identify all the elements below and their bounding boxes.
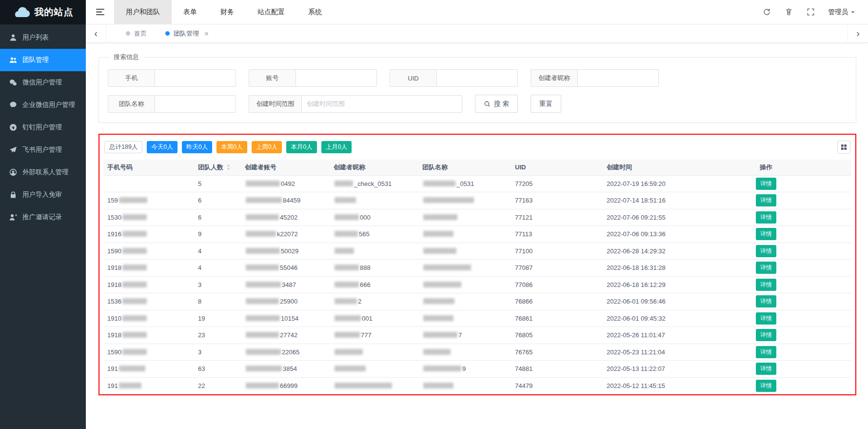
cell-team-size: 8	[194, 293, 241, 310]
stat-badges: 总计189人今天0人昨天0人本周0人上周0人本月0人上月0人	[104, 141, 352, 153]
tabs-scroll-right-icon[interactable]: ›	[848, 24, 868, 42]
sidebar-item[interactable]: 用户列表	[0, 26, 86, 49]
cell-phone: 1916	[103, 226, 194, 243]
search-field-input[interactable]	[155, 69, 236, 87]
sidebar-item[interactable]: 外部联系人管理	[0, 161, 86, 184]
redacted-blur	[335, 383, 392, 388]
column-header: 创建时间	[603, 160, 681, 175]
detail-button[interactable]: 详情	[756, 194, 776, 206]
reset-button[interactable]: 重置	[531, 95, 561, 113]
cell-text: 22065	[282, 348, 299, 356]
top-nav-item[interactable]: 表单	[172, 0, 209, 24]
search-field-input[interactable]	[301, 95, 462, 113]
cell-team-size: 3	[194, 344, 241, 361]
table-row: 1918455046888770872022-06-18 16:31:28详情	[103, 260, 851, 277]
grid-icon	[841, 144, 847, 150]
detail-button[interactable]: 详情	[756, 380, 776, 392]
search-button[interactable]: 搜 索	[475, 95, 518, 113]
column-settings-button[interactable]	[837, 141, 850, 154]
cell-actions: 详情	[681, 209, 851, 226]
sort-icon[interactable]	[226, 164, 231, 170]
sidebar: 用户列表团队管理微信用户管理企业微信用户管理钉钉用户管理飞书用户管理外部联系人管…	[0, 24, 86, 429]
sidebar-item-label: 飞书用户管理	[22, 145, 62, 154]
detail-button[interactable]: 详情	[756, 178, 776, 190]
cell-team-size: 23	[194, 327, 241, 344]
cell-actions: 详情	[681, 192, 851, 209]
column-header-label: 创建者昵称	[334, 163, 365, 171]
cell-text: 50029	[281, 247, 298, 255]
cell-text: 1910	[107, 315, 121, 322]
invite-icon	[9, 213, 17, 221]
cell-text: 3854	[283, 365, 297, 372]
redacted-blur	[335, 366, 366, 371]
cell-creator-account: 25900	[241, 293, 330, 310]
detail-button[interactable]: 详情	[756, 346, 776, 358]
sidebar-item[interactable]: 飞书用户管理	[0, 139, 86, 161]
table-row: 1590450029771002022-06-28 14:29:32详情	[103, 243, 851, 260]
sidebar-item[interactable]: 微信用户管理	[0, 71, 86, 94]
table-row: 1916338549748812022-05-13 11:22:07详情	[103, 361, 851, 378]
detail-button[interactable]: 详情	[756, 363, 776, 375]
detail-button[interactable]: 详情	[756, 279, 776, 291]
breadcrumb-tab[interactable]: 首页	[119, 24, 154, 42]
cell-team-name	[418, 260, 511, 277]
sidebar-item[interactable]: 钉钉用户管理	[0, 116, 86, 139]
brand-logo[interactable]: 我的站点	[0, 0, 86, 24]
cell-actions: 详情	[681, 175, 851, 192]
app-window: 我的站点 用户和团队表单财务站点配置系统 管理员 用户列表团队管理微信用户管理企…	[0, 0, 868, 429]
detail-button[interactable]: 详情	[756, 312, 776, 325]
stats-row: 总计189人今天0人昨天0人本周0人上周0人本月0人上月0人	[103, 139, 851, 160]
redacted-blur	[246, 349, 281, 355]
contact-icon	[9, 168, 17, 176]
breadcrumb-tab[interactable]: 团队管理×	[158, 24, 216, 42]
cell-text: 1530	[107, 214, 121, 221]
sidebar-toggle-icon[interactable]	[86, 0, 114, 24]
cell-uid: 77205	[511, 175, 603, 192]
cell-text: 1590	[107, 247, 121, 255]
wechat-icon	[9, 79, 17, 86]
cell-created-time: 2022-07-14 18:51:16	[603, 192, 681, 209]
trash-icon[interactable]	[785, 8, 793, 16]
redacted-blur	[122, 248, 147, 254]
search-field-input[interactable]	[155, 95, 236, 113]
cell-text: 3487	[282, 281, 296, 288]
top-nav-item[interactable]: 站点配置	[246, 0, 296, 24]
redacted-blur	[423, 265, 471, 270]
search-field-input[interactable]	[577, 69, 659, 87]
detail-button[interactable]: 详情	[756, 329, 776, 341]
sidebar-item[interactable]: 用户导入免审	[0, 184, 86, 206]
cell-creator-account: 55046	[241, 260, 330, 277]
team-table-panel: 总计189人今天0人昨天0人本周0人上周0人本月0人上月0人 手机号码团队人数创…	[99, 134, 856, 395]
detail-button[interactable]: 详情	[756, 211, 776, 224]
detail-button[interactable]: 详情	[756, 295, 776, 307]
cell-team-size: 4	[194, 260, 241, 277]
tab-close-icon[interactable]: ×	[204, 30, 209, 37]
column-header-label: 操作	[760, 163, 772, 171]
refresh-icon[interactable]	[763, 8, 771, 16]
tabs-scroll-left-icon[interactable]: ‹	[86, 24, 106, 42]
search-field-input[interactable]	[296, 69, 377, 87]
detail-button[interactable]: 详情	[756, 228, 776, 240]
sidebar-item[interactable]: 推广邀请记录	[0, 206, 86, 228]
admin-menu[interactable]: 管理员	[829, 8, 856, 17]
top-nav-item[interactable]: 用户和团队	[114, 0, 172, 24]
cell-text: 45202	[280, 214, 297, 221]
top-nav-item[interactable]: 系统	[296, 0, 334, 24]
sidebar-item[interactable]: 团队管理	[0, 49, 86, 71]
column-header: 操作	[681, 160, 851, 175]
cell-team-size: 22	[194, 377, 241, 394]
top-nav-item[interactable]: 财务	[209, 0, 246, 24]
detail-button[interactable]: 详情	[756, 262, 776, 274]
user-icon	[9, 34, 17, 41]
redacted-blur	[246, 366, 282, 371]
search-field-input[interactable]	[436, 69, 518, 87]
cell-text: 55046	[280, 264, 297, 271]
cell-team-name	[418, 226, 511, 243]
cell-creator-account: 22065	[241, 344, 330, 361]
tab-label: 首页	[134, 29, 147, 38]
sidebar-item[interactable]: 企业微信用户管理	[0, 94, 86, 116]
table-row: 159684459771632022-07-14 18:51:16详情	[103, 192, 851, 209]
detail-button[interactable]: 详情	[756, 245, 776, 257]
redacted-blur	[423, 298, 454, 304]
fullscreen-icon[interactable]	[807, 8, 815, 16]
